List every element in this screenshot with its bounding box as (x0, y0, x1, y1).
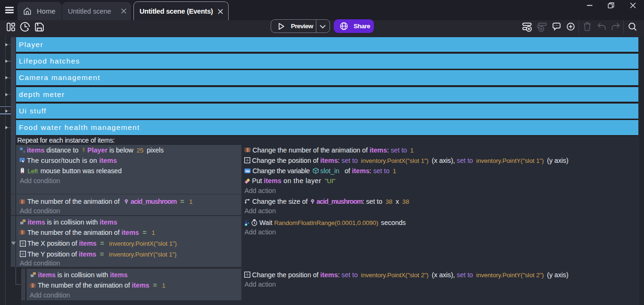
svg-text:Var: Var (245, 169, 250, 172)
